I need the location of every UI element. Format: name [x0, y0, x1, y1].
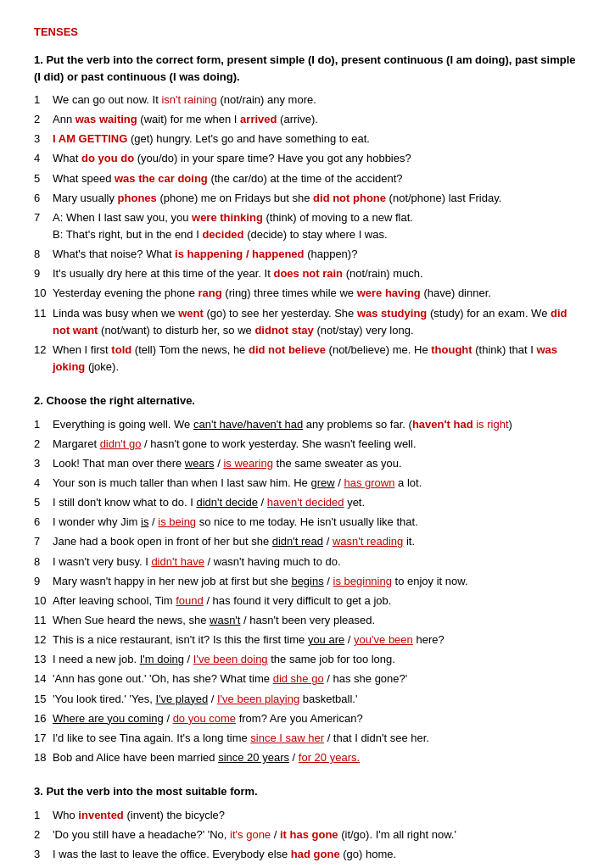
list-item: 2 Margaret didn't go / hasn't gone to wo… [34, 436, 581, 453]
page-title: TENSES [34, 25, 581, 38]
list-item: 12 When I first told (tell) Tom the news… [34, 342, 581, 376]
section-2: 2. Choose the right alternative. 1 Every… [34, 392, 581, 766]
list-item: 18 Bob and Alice have been married since… [34, 749, 581, 766]
list-item: 13 I need a new job. I'm doing / I've be… [34, 651, 581, 668]
list-item: 3 I was the last to leave the office. Ev… [34, 846, 581, 863]
list-item: 9 It's usually dry here at this time of … [34, 265, 581, 282]
list-item: 2 Ann was waiting (wait) for me when I a… [34, 111, 581, 128]
list-item: 11 When Sue heard the news, she wasn't /… [34, 612, 581, 629]
list-item: 17 I'd like to see Tina again. It's a lo… [34, 730, 581, 747]
list-item: 3 Look! That man over there wears / is w… [34, 455, 581, 472]
list-item: 10 After leaving school, Tim found / has… [34, 593, 581, 609]
section-2-title: 2. Choose the right alternative. [34, 392, 581, 409]
list-item: 1 Everything is going well. We can't hav… [34, 416, 581, 433]
list-item: 4 Your son is much taller than when I la… [34, 475, 581, 492]
section-3-title: 3. Put the verb into the most suitable f… [34, 783, 581, 800]
list-item: 8 I wasn't very busy. I didn't have / wa… [34, 554, 581, 570]
list-item: 2 'Do you still have a headache?' 'No, i… [34, 826, 581, 843]
list-item: 10 Yesterday evening the phone rang (rin… [34, 285, 581, 302]
list-item: 5 What speed was the car doing (the car/… [34, 170, 581, 187]
list-item: 14 'Ann has gone out.' 'Oh, has she? Wha… [34, 670, 581, 687]
list-item: 5 I still don't know what to do. I didn'… [34, 494, 581, 511]
list-item: 16 Where are you coming / do you come fr… [34, 710, 581, 727]
section-3: 3. Put the verb into the most suitable f… [34, 783, 581, 868]
list-item: 7 A: When I last saw you, you were think… [34, 209, 581, 243]
list-item: 1 We can go out now. It isn't raining (n… [34, 92, 581, 108]
list-item: 12 This is a nice restaurant, isn't it? … [34, 632, 581, 648]
list-item: 11 Linda was busy when we went (go) to s… [34, 305, 581, 339]
list-item: 6 I wonder why Jim is / is being so nice… [34, 514, 581, 531]
list-item: 8 What's that noise? What is happening /… [34, 246, 581, 263]
section-1-title: 1. Put the verb into the correct form, p… [34, 52, 581, 85]
list-item: 7 Jane had a book open in front of her b… [34, 533, 581, 550]
list-item: 1 Who invented (invent) the bicycle? [34, 807, 581, 824]
list-item: 9 Mary wasn't happy in her new job at fi… [34, 573, 581, 590]
list-item: 3 I AM GETTING (get) hungry. Let's go an… [34, 131, 581, 147]
list-item: 6 Mary usually phones (phone) me on Frid… [34, 190, 581, 207]
list-item: 15 'You look tired.' 'Yes, I've played /… [34, 691, 581, 708]
list-item: 4 What do you do (you/do) in your spare … [34, 150, 581, 167]
section-1: 1. Put the verb into the correct form, p… [34, 52, 581, 376]
